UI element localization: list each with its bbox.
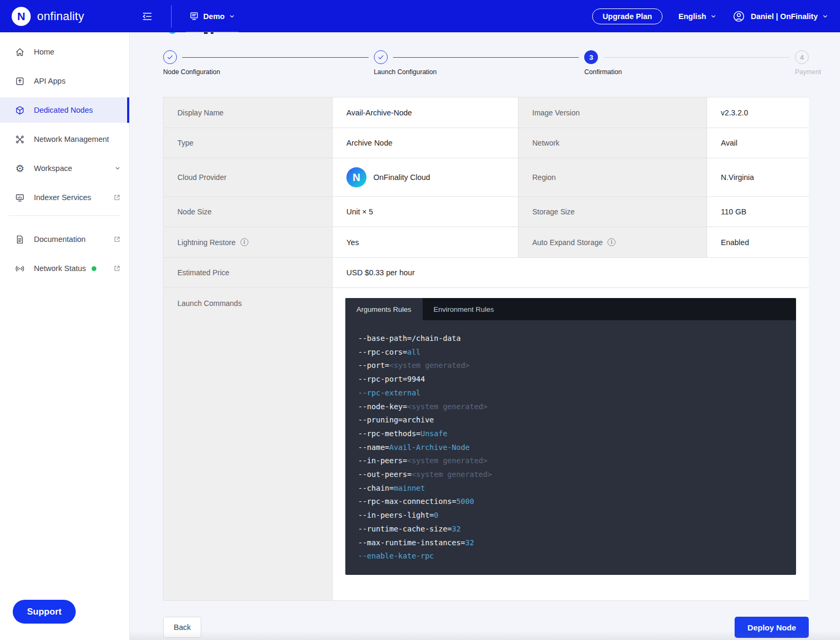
language-menu[interactable]: English [678, 0, 717, 32]
deploy-node-button[interactable]: Deploy Node [735, 617, 809, 638]
step-label: Confirmation [584, 68, 622, 76]
main-content: Node Configuration Launch Configuration … [130, 32, 840, 640]
deployment-stepper: Node Configuration Launch Configuration … [163, 50, 809, 78]
code-token: --chain= [358, 484, 394, 492]
code-token: --rpc-external [358, 389, 421, 397]
code-line: --out-peers=<system generated> [358, 468, 783, 482]
sidebar-item-label: Home [34, 48, 55, 56]
code-line: --rpc-cors=all [358, 346, 783, 359]
document-icon [15, 235, 25, 245]
row-value: 110 GB [707, 197, 809, 227]
code-token: mainnet [394, 484, 425, 492]
code-token: --rpc-methods= [358, 429, 421, 438]
upgrade-plan-button[interactable]: Upgrade Plan [592, 8, 663, 24]
code-token: 0 [434, 511, 438, 519]
sidebar-item-dedicated-nodes[interactable]: Dedicated Nodes [0, 97, 129, 123]
step-label: Node Configuration [163, 68, 220, 76]
onfinality-cloud-logo-icon: N [346, 167, 367, 187]
provider-name: OnFinality Cloud [373, 173, 430, 182]
support-button[interactable]: Support [13, 600, 76, 624]
code-token: --in-peers-light= [358, 511, 434, 519]
row-value: N OnFinality Cloud [333, 158, 518, 196]
row-label: Auto Expand Storage i [519, 227, 707, 257]
navbar-divider [171, 5, 172, 28]
code-line: --rpc-external [358, 386, 783, 400]
step-node-configuration: Node Configuration [163, 50, 177, 64]
code-token: <system generated> [407, 456, 488, 465]
onfinality-logo-icon: N [12, 7, 31, 26]
sidebar-item-label: Network Management [34, 135, 109, 143]
status-ok-dot [92, 266, 96, 271]
code-token: <system generated> [412, 470, 492, 479]
brand[interactable]: N onfinality [12, 7, 84, 26]
code-token: 5000 [456, 497, 474, 506]
back-button[interactable]: Back [163, 617, 201, 638]
row-value: N.Virginia [707, 158, 809, 196]
sidebar-item-label: Network Status [34, 264, 86, 273]
sidebar-item-label: Workspace [34, 164, 72, 173]
code-token: --base-path=/chain-data [358, 334, 461, 342]
sidebar-item-label: API Apps [34, 77, 66, 85]
code-token: 32 [465, 538, 474, 547]
row-value: Avail-Archive-Node [333, 97, 518, 128]
code-line: --chain=mainnet [358, 482, 783, 495]
sidebar-collapse-icon[interactable] [141, 11, 153, 22]
chevron-down-icon [822, 13, 828, 20]
chevron-down-icon [229, 13, 235, 20]
code-line: --max-runtime-instances=32 [358, 536, 783, 550]
row-label: Region [519, 158, 707, 196]
sidebar-item-label: Dedicated Nodes [34, 106, 93, 114]
code-token: --runtime-cache-size= [358, 525, 452, 533]
sidebar-item-indexer-services[interactable]: Indexer Services [0, 185, 129, 210]
code-line: --base-path=/chain-data [358, 332, 783, 346]
tab-arguments-rules[interactable]: Arguments Rules [345, 298, 423, 320]
workspace-switcher[interactable]: Demo [189, 0, 235, 32]
code-line: --rpc-methods=Unsafe [358, 427, 783, 441]
code-token: Unsafe [421, 429, 448, 438]
sidebar-item-home[interactable]: Home [0, 39, 129, 65]
sidebar-item-label: Indexer Services [34, 193, 91, 202]
broadcast-icon [15, 264, 25, 274]
row-value: v2.3.2.0 [707, 97, 809, 128]
row-value: USD $0.33 per hour [333, 258, 809, 287]
row-label: Estimated Price [164, 258, 332, 287]
top-navbar: N onfinality Demo Upgrade Plan English D… [0, 0, 840, 32]
network-icon [15, 134, 25, 145]
code-token: <system generated> [407, 402, 488, 411]
row-label: Type [164, 128, 332, 158]
launch-commands-panel: Arguments Rules Environment Rules --base… [345, 298, 796, 575]
step-launch-configuration: Launch Configuration [374, 50, 388, 64]
code-token: <system generated> [389, 361, 470, 369]
tab-environment-rules[interactable]: Environment Rules [423, 298, 505, 320]
row-value: Enabled [707, 227, 809, 257]
sidebar-item-network-status[interactable]: Network Status [0, 256, 129, 281]
user-menu[interactable]: Daniel | OnFinality [732, 0, 828, 32]
code-token: --max-runtime-instances= [358, 538, 465, 547]
sidebar-item-workspace[interactable]: ⚙ Workspace [0, 156, 129, 181]
code-token: --rpc-port=9944 [358, 375, 425, 383]
step-confirmation: 3 Confirmation [584, 50, 598, 64]
external-link-icon [113, 265, 121, 272]
code-line: --enable-kate-rpc [358, 549, 783, 563]
chevron-down-icon [710, 13, 717, 20]
code-line: --rpc-port=9944 [358, 373, 783, 386]
step-label: Launch Configuration [374, 68, 437, 76]
code-token: --enable-kate-rpc [358, 552, 434, 560]
row-label: Network [519, 128, 707, 158]
info-icon[interactable]: i [240, 238, 248, 246]
row-label: Launch Commands [164, 288, 332, 600]
avatar-icon [732, 10, 745, 23]
sidebar-item-api-apps[interactable]: API Apps [0, 68, 129, 94]
row-value: Avail [707, 128, 809, 158]
info-icon[interactable]: i [607, 238, 615, 246]
sidebar-item-network-management[interactable]: Network Management [0, 127, 129, 152]
sidebar-item-documentation[interactable]: Documentation [0, 227, 129, 252]
code-line: --pruning=archive [358, 413, 783, 427]
chevron-down-icon [114, 165, 121, 172]
workspace-name: Demo [203, 12, 225, 21]
row-value: Unit × 5 [333, 197, 518, 227]
code-line: --port=<system generated> [358, 359, 783, 373]
clipped-page-header [163, 32, 375, 34]
row-label: Cloud Provider [164, 158, 332, 196]
confirmation-summary-table: Display Name Avail-Archive-Node Image Ve… [163, 97, 809, 601]
